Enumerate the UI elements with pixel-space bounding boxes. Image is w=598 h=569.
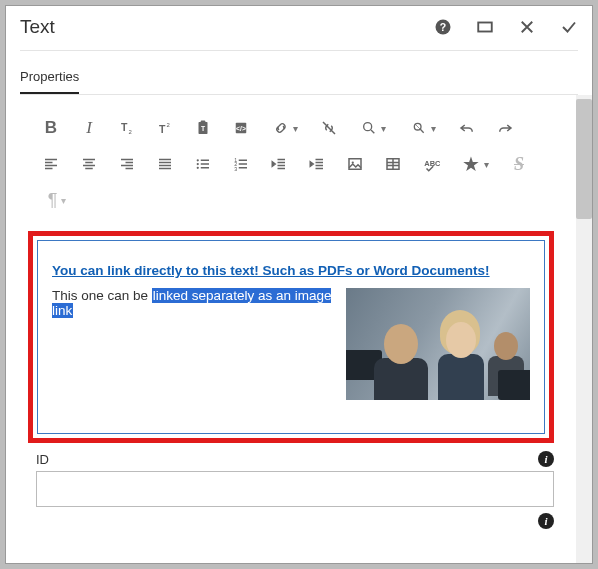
close-icon[interactable] bbox=[518, 18, 536, 36]
fullscreen-icon[interactable] bbox=[476, 18, 494, 36]
indent-button[interactable] bbox=[300, 149, 334, 179]
help-icon[interactable]: ? bbox=[434, 18, 452, 36]
text-editor-dialog: Text ? Properties B I T2 T2 bbox=[5, 5, 593, 564]
editor-line2: This one can be linked separately as an … bbox=[52, 288, 530, 400]
confirm-icon[interactable] bbox=[560, 18, 578, 36]
bullet-list-button[interactable] bbox=[186, 149, 220, 179]
redo-button[interactable] bbox=[488, 113, 522, 143]
titlebar-actions: ? bbox=[434, 18, 578, 36]
svg-rect-20 bbox=[349, 159, 361, 170]
align-right-button[interactable] bbox=[110, 149, 144, 179]
align-left-button[interactable] bbox=[34, 149, 68, 179]
body: B I T2 T2 T </> ▾ ▾ ▾ 123 bbox=[6, 95, 592, 563]
id-field-row: ID i bbox=[36, 451, 554, 507]
bottom-info-row: i bbox=[36, 513, 554, 529]
svg-point-14 bbox=[197, 159, 199, 161]
paste-text-button[interactable]: T bbox=[186, 113, 220, 143]
svg-text:T: T bbox=[159, 123, 166, 135]
scrollbar-thumb[interactable] bbox=[576, 99, 592, 219]
number-list-button[interactable]: 123 bbox=[224, 149, 258, 179]
align-justify-button[interactable] bbox=[148, 149, 182, 179]
paragraph-button[interactable]: ¶▾ bbox=[34, 185, 80, 215]
italic-button[interactable]: I bbox=[72, 113, 106, 143]
rte-editor[interactable]: You can link directly to this text! Such… bbox=[37, 240, 545, 434]
info-icon[interactable]: i bbox=[538, 513, 554, 529]
editor-highlight-frame: You can link directly to this text! Such… bbox=[28, 231, 554, 443]
editor-link-line1[interactable]: You can link directly to this text! Such… bbox=[52, 263, 490, 278]
rte-toolbar: B I T2 T2 T </> ▾ ▾ ▾ 123 bbox=[20, 109, 576, 225]
paste-word-button[interactable]: </> bbox=[224, 113, 258, 143]
svg-text:3: 3 bbox=[234, 166, 237, 172]
anchor-button[interactable]: ▾ bbox=[400, 113, 446, 143]
svg-point-16 bbox=[197, 167, 199, 169]
subscript-button[interactable]: T2 bbox=[110, 113, 144, 143]
info-icon[interactable]: i bbox=[538, 451, 554, 467]
tab-properties[interactable]: Properties bbox=[20, 65, 79, 94]
editor-column: B I T2 T2 T </> ▾ ▾ ▾ 123 bbox=[20, 95, 576, 563]
superscript-button[interactable]: T2 bbox=[148, 113, 182, 143]
svg-rect-8 bbox=[201, 121, 206, 124]
image-button[interactable] bbox=[338, 149, 372, 179]
outdent-button[interactable] bbox=[262, 149, 296, 179]
link-button[interactable]: ▾ bbox=[262, 113, 308, 143]
dialog-title: Text bbox=[20, 16, 434, 38]
special-char-button[interactable]: ★▾ bbox=[452, 149, 498, 179]
editor-line2-prefix: This one can be bbox=[52, 288, 152, 303]
table-button[interactable] bbox=[376, 149, 410, 179]
titlebar: Text ? bbox=[6, 6, 592, 44]
id-label: ID bbox=[36, 452, 49, 467]
find-button[interactable]: ▾ bbox=[350, 113, 396, 143]
svg-text:</>: </> bbox=[236, 125, 246, 132]
editor-line2-wrap: This one can be linked separately as an … bbox=[52, 288, 344, 318]
editor-image[interactable] bbox=[346, 288, 530, 400]
svg-text:2: 2 bbox=[167, 122, 171, 128]
tabstrip: Properties bbox=[6, 51, 592, 94]
id-label-row: ID i bbox=[36, 451, 554, 467]
spellcheck-button[interactable]: ABC bbox=[414, 149, 448, 179]
svg-text:2: 2 bbox=[129, 129, 133, 135]
svg-point-15 bbox=[197, 163, 199, 165]
bold-button[interactable]: B bbox=[34, 113, 68, 143]
svg-text:?: ? bbox=[440, 21, 446, 33]
unlink-button[interactable] bbox=[312, 113, 346, 143]
undo-button[interactable] bbox=[450, 113, 484, 143]
id-input[interactable] bbox=[36, 471, 554, 507]
strikethrough-button[interactable]: S bbox=[502, 149, 536, 179]
svg-rect-2 bbox=[478, 23, 492, 32]
align-center-button[interactable] bbox=[72, 149, 106, 179]
scrollbar[interactable] bbox=[576, 95, 592, 563]
svg-point-12 bbox=[363, 123, 371, 131]
svg-text:ABC: ABC bbox=[424, 159, 440, 168]
svg-text:T: T bbox=[121, 121, 128, 133]
